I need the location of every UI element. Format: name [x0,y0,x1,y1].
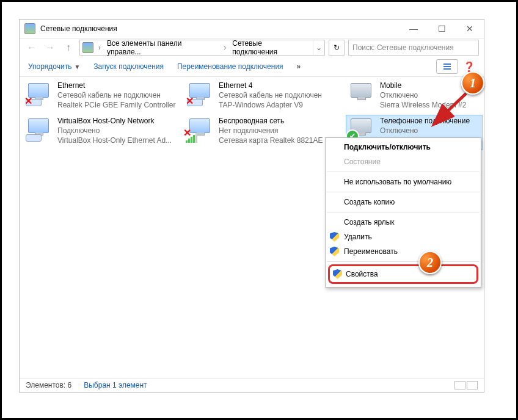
ctx-item-shortcut[interactable]: Создать ярлык [326,215,481,230]
annotation-badge-1: 1 [461,71,484,95]
nav-row: ← → ↑ › Все элементы панели управле... ›… [20,38,484,57]
ctx-item-status: Состояние [326,154,481,169]
connection-device: TAP-Windows Adapter V9 [219,100,340,110]
connection-status: Сетевой кабель не подключен [57,90,178,100]
connection-name: Ethernet 4 [219,81,340,90]
explorer-window: Сетевые подключения — ☐ ✕ ← → ↑ › Все эл… [19,19,484,393]
connection-ethernet[interactable]: ✕ Ethernet Сетевой кабель не подключен R… [23,79,180,115]
ctx-item-connect[interactable]: Подключить/отключить [326,140,481,154]
error-x-icon: ✕ [182,128,192,138]
connection-status: Нет подключения [219,126,340,136]
titlebar[interactable]: Сетевые подключения — ☐ ✕ [20,20,484,38]
back-button[interactable]: ← [24,40,39,55]
toolbar-overflow-button[interactable]: » [297,62,301,71]
help-button[interactable]: ❓ [463,61,475,73]
address-dropdown-button[interactable]: ⌄ [313,40,324,55]
address-bar[interactable]: › Все элементы панели управле... › Сетев… [79,40,325,56]
crumb-separator-icon[interactable]: › [96,43,103,52]
ctx-item-copy[interactable]: Создать копию [326,195,481,209]
network-connections-icon [24,23,35,34]
context-menu: Подключить/отключить Состояние Не исполь… [325,137,481,288]
view-mode-button[interactable] [436,59,458,74]
rename-connection-button[interactable]: Переименование подключения [177,62,283,71]
ctx-item-properties[interactable]: Свойства [328,264,478,284]
connection-status: Сетевой кабель не подключен [219,90,340,100]
crumb-separator-icon[interactable]: › [221,43,228,52]
ctx-item-label: Свойства [346,270,378,278]
cable-icon [26,134,42,142]
status-bar: Элементов: 6 Выбран 1 элемент [20,378,484,392]
error-x-icon: ✕ [23,96,33,106]
menu-separator [327,172,480,172]
content-area[interactable]: ✕ Ethernet Сетевой кабель не подключен R… [20,77,484,385]
ctx-item-nodefault[interactable]: Не использовать по умолчанию [326,175,481,189]
annotation-arrow-icon [429,87,478,136]
menu-separator [327,192,480,192]
forward-button[interactable]: → [43,40,57,55]
ctx-item-rename[interactable]: Переименовать [326,244,481,259]
annotation-badge-2: 2 [418,251,442,274]
connection-name: Ethernet [57,81,178,90]
organize-label: Упорядочить [28,62,71,71]
adapter-icon [189,118,210,133]
status-count: Элементов: 6 [26,381,71,389]
breadcrumb-network-connections[interactable]: Сетевые подключения [228,40,313,55]
connection-status: Подключено [57,126,178,136]
connection-device: VirtualBox Host-Only Ethernet Ad... [57,136,178,145]
uac-shield-icon [333,269,342,279]
maximize-button[interactable]: ☐ [428,20,456,38]
connection-wireless[interactable]: ✕ Беспроводная сеть Нет подключения Сете… [184,115,341,150]
ctx-item-delete[interactable]: Удалить [326,230,481,244]
screenshot-stage: Сетевые подключения — ☐ ✕ ← → ↑ › Все эл… [0,0,518,420]
breadcrumb-control-panel[interactable]: Все элементы панели управле... [103,40,221,55]
ctx-item-label: Удалить [344,233,372,241]
toolbar: Упорядочить ▼ Запуск подключения Переиме… [20,57,484,77]
menu-separator [327,261,480,262]
connection-virtualbox[interactable]: VirtualBox Host-Only Network Подключено … [23,115,180,150]
error-x-icon: ✕ [184,96,194,106]
refresh-button[interactable]: ↻ [329,40,345,56]
search-input[interactable]: Поиск: Сетевые подключения [348,40,479,56]
start-connection-button[interactable]: Запуск подключения [93,62,164,71]
connection-name: Беспроводная сеть [219,116,340,126]
up-button[interactable]: ↑ [61,40,76,55]
connection-device: Realtek PCIe GBE Family Controller [57,100,178,110]
organize-menu[interactable]: Упорядочить ▼ [28,62,80,71]
uac-shield-icon [330,247,339,256]
control-panel-icon [82,42,93,53]
minimize-button[interactable]: — [399,20,428,38]
chevron-down-icon: ▼ [74,63,80,70]
adapter-icon [351,83,371,98]
ctx-item-label: Переименовать [344,247,398,256]
svg-line-0 [436,93,466,123]
status-view-toggle[interactable] [454,381,478,389]
close-button[interactable]: ✕ [456,20,484,38]
status-selected: Выбран 1 элемент [84,381,147,389]
uac-shield-icon [330,232,339,242]
connection-name: VirtualBox Host-Only Network [57,116,178,126]
adapter-icon [28,118,49,133]
connection-device: Сетевая карта Realtek 8821AE W... [219,136,340,145]
menu-separator [327,212,480,212]
connection-ethernet4[interactable]: ✕ Ethernet 4 Сетевой кабель не подключен… [184,79,341,115]
